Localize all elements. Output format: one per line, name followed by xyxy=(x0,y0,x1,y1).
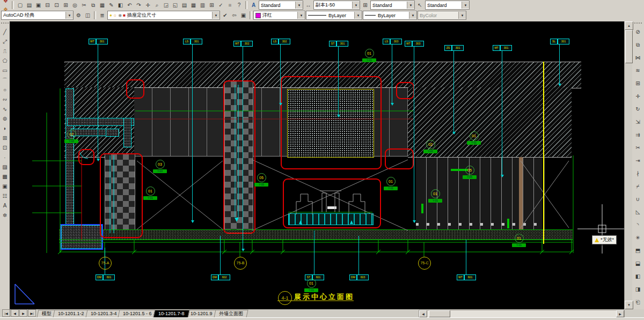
chevron-down-icon[interactable]: ▼ xyxy=(462,2,469,9)
undo-icon[interactable]: ↶ xyxy=(125,1,134,10)
horizontal-scroll-thumb[interactable] xyxy=(429,310,450,317)
save-icon[interactable]: ▣ xyxy=(34,1,43,10)
copy-object-icon[interactable]: ⧉ xyxy=(634,40,642,50)
vertical-scrollbar[interactable]: ▲ ▼ xyxy=(624,21,632,309)
chevron-down-icon[interactable]: ▼ xyxy=(409,12,416,19)
paste-icon[interactable]: ▦ xyxy=(98,1,107,10)
mleader-style-icon[interactable]: ↖ xyxy=(415,1,425,10)
annotation-order-icon[interactable]: ⎗ xyxy=(634,297,642,307)
first-tab-button[interactable]: |◀ xyxy=(2,309,10,317)
designcenter-icon[interactable]: ▦ xyxy=(189,1,198,10)
new-icon[interactable]: ▢ xyxy=(16,1,25,10)
region-icon[interactable]: ▣ xyxy=(1,182,9,191)
scale-list-icon[interactable]: ✲ xyxy=(1,211,9,220)
array-icon[interactable]: ⊞ xyxy=(634,79,642,88)
polyline-icon[interactable]: ⎍ xyxy=(1,47,9,56)
layout-tab[interactable]: 10-1201.7-8 xyxy=(153,310,189,317)
workspace-settings-icon[interactable]: ⚙ xyxy=(74,11,83,20)
draw-order-under-icon[interactable]: ◨ xyxy=(634,285,642,294)
layer-states-icon[interactable]: ▣ xyxy=(239,11,248,20)
revcloud-icon[interactable]: ∾ xyxy=(1,95,9,105)
toolbar-drag-handle[interactable] xyxy=(634,23,642,26)
match-properties-icon[interactable]: ✎ xyxy=(107,1,116,10)
last-tab-button[interactable]: ▶| xyxy=(28,309,36,317)
linetype-combo[interactable]: ByLayer▼ xyxy=(306,11,362,20)
trim-icon[interactable]: ✂ xyxy=(634,143,642,153)
zoom-realtime-icon[interactable]: ⌕ xyxy=(152,1,162,10)
chevron-down-icon[interactable]: ▼ xyxy=(65,12,73,19)
color-combo[interactable]: 洋红▼ xyxy=(253,11,305,20)
copy-icon[interactable]: ⧉ xyxy=(89,1,98,10)
polygon-icon[interactable]: ⬠ xyxy=(1,56,9,66)
insert-block-icon[interactable]: ⊞ xyxy=(1,133,9,143)
mleader-style-combo[interactable]: Standard▼ xyxy=(425,1,470,10)
workspace-save-icon[interactable]: ◫ xyxy=(83,11,92,20)
plot-icon[interactable]: ⊟ xyxy=(43,1,52,10)
cut-icon[interactable]: ✂ xyxy=(79,1,89,10)
circle-icon[interactable]: ○ xyxy=(1,85,9,95)
make-block-icon[interactable]: ⊡ xyxy=(1,143,9,153)
next-tab-button[interactable]: ▶ xyxy=(19,309,27,317)
fillet-icon[interactable]: ◝ xyxy=(634,220,642,230)
ellipse-arc-icon[interactable]: ◗ xyxy=(1,124,9,133)
join-icon[interactable]: ∪ xyxy=(634,195,642,204)
dwf-icon[interactable]: ◎ xyxy=(70,1,79,10)
markup-icon[interactable]: ✓ xyxy=(216,1,225,10)
open-icon[interactable]: ▤ xyxy=(25,1,34,10)
sun-icon[interactable]: ☼ xyxy=(113,13,117,18)
draw-order-above-icon[interactable]: ◧ xyxy=(634,272,642,281)
plugin-pdf-icon-1[interactable]: ❖ xyxy=(1,0,10,5)
lock-icon[interactable]: ◉ xyxy=(118,13,122,18)
pan-icon[interactable]: ✛ xyxy=(143,1,152,10)
offset-icon[interactable]: ≋ xyxy=(634,66,642,76)
help-icon[interactable]: ? xyxy=(235,1,244,10)
prev-tab-button[interactable]: ◀ xyxy=(11,309,19,317)
scroll-up-button[interactable]: ▲ xyxy=(625,21,633,30)
layer-properties-manager-icon[interactable]: ≣ xyxy=(98,11,107,20)
mirror-icon[interactable]: ⋈ xyxy=(634,53,642,63)
vertical-scroll-thumb[interactable] xyxy=(625,30,633,63)
table-style-icon[interactable]: ⊞ xyxy=(361,1,370,10)
properties-icon[interactable]: ▤ xyxy=(180,1,189,10)
layout-tab[interactable]: 10-1201.1-2 xyxy=(53,310,90,317)
zoom-previous-icon[interactable]: ◱ xyxy=(171,1,180,10)
layout-tab[interactable]: 10-1201.5 - 6 xyxy=(118,310,157,317)
break-at-point-icon[interactable]: ∤ xyxy=(634,169,642,178)
draw-order-back-icon[interactable]: ⬓ xyxy=(634,259,642,269)
horizontal-scrollbar[interactable]: ◀ ▶ xyxy=(419,310,625,318)
move-icon[interactable]: ✛ xyxy=(634,92,642,101)
explode-icon[interactable]: ✳ xyxy=(634,233,642,243)
point-icon[interactable]: ∙ xyxy=(1,153,9,162)
make-object-layer-current-icon[interactable]: ✔ xyxy=(221,11,230,20)
layer-previous-icon[interactable]: ⇦ xyxy=(230,11,239,20)
break-icon[interactable]: ⌿ xyxy=(634,182,642,191)
chevron-down-icon[interactable]: ▼ xyxy=(352,2,360,9)
zoom-window-icon[interactable]: ◲ xyxy=(162,1,171,10)
chevron-down-icon[interactable]: ▼ xyxy=(297,12,305,19)
ellipse-icon[interactable]: ⊜ xyxy=(1,114,9,124)
stretch-icon[interactable]: ⇉ xyxy=(634,130,642,140)
tool-palettes-icon[interactable]: ▥ xyxy=(198,1,207,10)
table-icon[interactable]: ☷ xyxy=(1,191,9,201)
layout-tab[interactable]: 10-1201.3-4 xyxy=(85,310,122,317)
text-style-icon[interactable]: A xyxy=(249,1,258,10)
table-style-combo[interactable]: Standard▼ xyxy=(370,1,415,10)
chevron-down-icon[interactable]: ▼ xyxy=(295,2,303,9)
scroll-left-button[interactable]: ◀ xyxy=(419,310,427,317)
mtext-icon[interactable]: A xyxy=(1,201,9,211)
toolbar-drag-handle[interactable] xyxy=(1,23,9,26)
drawing-canvas[interactable]: WT 301 LS 301 WT 302 LS 302 ST 301 LS xyxy=(10,21,624,309)
sheetset-manager-icon[interactable]: ⊞ xyxy=(207,1,216,10)
erase-icon[interactable]: ⊘ xyxy=(634,27,642,37)
quickcalc-icon[interactable]: ⌗ xyxy=(225,1,235,10)
chamfer-icon[interactable]: ◺ xyxy=(634,207,642,217)
chevron-down-icon[interactable]: ▼ xyxy=(407,2,414,9)
redo-icon[interactable]: ↷ xyxy=(134,1,143,10)
line-icon[interactable]: ╱ xyxy=(1,27,9,37)
arc-icon[interactable]: ⌒ xyxy=(1,76,9,85)
plot-preview-icon[interactable]: ⊡ xyxy=(52,1,61,10)
hatch-icon[interactable]: ▨ xyxy=(1,162,9,172)
layout-tab[interactable]: 10-1201.9 xyxy=(186,310,218,317)
bulb-icon[interactable]: ● xyxy=(109,13,112,18)
scroll-down-button[interactable]: ▼ xyxy=(625,301,633,309)
